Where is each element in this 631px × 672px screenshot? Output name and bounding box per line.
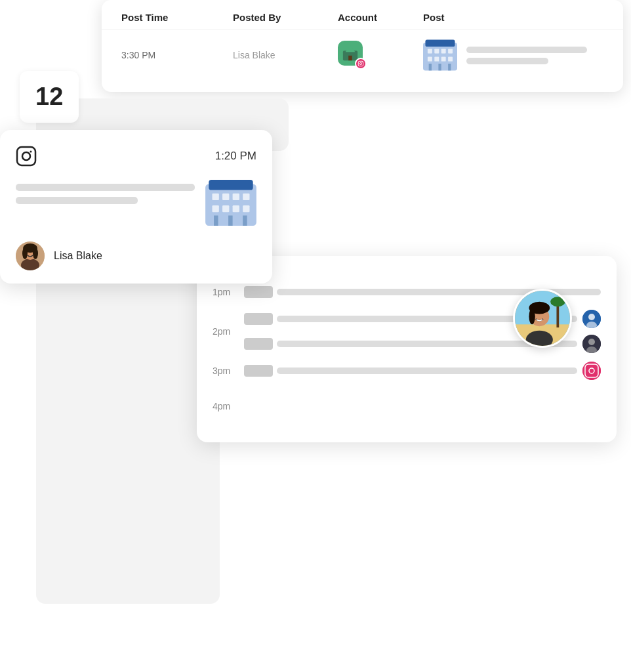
post-card-body <box>16 180 256 226</box>
instagram-badge <box>355 58 367 70</box>
svg-rect-8 <box>428 49 432 53</box>
svg-rect-15 <box>448 57 453 62</box>
avatar-3-svg <box>582 335 601 353</box>
svg-rect-2 <box>348 56 352 60</box>
svg-point-20 <box>22 152 30 160</box>
big-avatar <box>513 289 572 348</box>
sched-item-4 <box>244 362 601 380</box>
post-building-svg <box>205 180 256 226</box>
table-row: 3:30 PM Lisa Blake <box>102 30 623 80</box>
svg-rect-26 <box>233 194 239 200</box>
table-header: Post Time Posted By Account Post <box>102 0 623 30</box>
svg-rect-12 <box>428 57 432 62</box>
post-text-line-1 <box>16 184 195 191</box>
post-text-lines <box>466 47 603 64</box>
poster-name: Lisa Blake <box>54 250 102 262</box>
svg-rect-17 <box>438 64 441 70</box>
svg-point-45 <box>588 339 595 345</box>
svg-rect-3 <box>358 61 363 66</box>
svg-rect-19 <box>17 147 35 165</box>
post-text-line-2 <box>16 197 138 204</box>
svg-point-42 <box>588 314 595 320</box>
instagram-icon <box>357 60 364 67</box>
post-line-1 <box>466 47 587 53</box>
avatar-2-svg <box>582 310 601 328</box>
time-label-3pm: 3pm <box>213 366 244 376</box>
svg-rect-18 <box>448 64 451 70</box>
svg-rect-33 <box>228 215 232 226</box>
poster-avatar <box>16 242 45 270</box>
svg-rect-28 <box>212 205 218 212</box>
post-time: 1:20 PM <box>215 150 256 163</box>
schedule-card: 1pm 2pm <box>197 256 617 442</box>
sched-bar-4 <box>244 365 577 377</box>
svg-rect-7 <box>425 40 455 47</box>
schedule-items-3pm <box>244 362 601 380</box>
post-card-text <box>16 180 195 204</box>
avatar-4-svg <box>582 362 601 380</box>
post-card: 1:20 PM <box>0 130 272 284</box>
post-card-header: 1:20 PM <box>16 146 256 167</box>
time-label-2pm: 2pm <box>213 326 244 337</box>
svg-rect-10 <box>441 49 446 53</box>
sched-line-4 <box>277 368 577 374</box>
poster-avatar-svg <box>16 242 45 270</box>
svg-rect-9 <box>434 49 439 53</box>
svg-point-53 <box>550 297 565 306</box>
svg-point-5 <box>362 62 363 62</box>
time-label-4pm: 4pm <box>213 401 244 411</box>
post-line-2 <box>466 58 548 64</box>
svg-rect-16 <box>429 64 432 70</box>
col-header-by: Posted By <box>233 12 338 23</box>
svg-rect-30 <box>233 205 239 212</box>
svg-rect-24 <box>212 194 218 200</box>
building-icon <box>423 39 457 71</box>
svg-point-39 <box>22 247 28 259</box>
time-row-3pm: 3pm <box>197 353 617 388</box>
svg-point-4 <box>359 62 361 64</box>
cell-post <box>423 39 603 71</box>
svg-rect-11 <box>448 49 453 53</box>
svg-rect-23 <box>209 180 253 190</box>
svg-rect-34 <box>243 215 247 226</box>
svg-point-40 <box>33 247 38 259</box>
post-card-footer: Lisa Blake <box>16 242 256 270</box>
cell-time: 3:30 PM <box>121 50 233 60</box>
sched-label-box-2 <box>244 313 273 325</box>
sched-avatar-2 <box>582 310 601 328</box>
svg-rect-27 <box>243 194 249 200</box>
sched-label-box-3 <box>244 338 273 350</box>
svg-rect-31 <box>243 205 249 212</box>
svg-rect-29 <box>222 205 229 212</box>
svg-marker-1 <box>346 46 356 52</box>
building-svg <box>423 39 457 71</box>
svg-rect-32 <box>214 215 218 226</box>
sched-avatar-4 <box>582 362 601 380</box>
col-header-account: Account <box>338 12 423 23</box>
account-icon <box>338 41 367 70</box>
big-avatar-svg <box>515 291 570 346</box>
time-row-4pm: 4pm <box>197 388 617 424</box>
cell-account <box>338 41 423 70</box>
number-badge: 12 <box>20 71 79 123</box>
svg-point-21 <box>30 151 32 153</box>
table-card: Post Time Posted By Account Post 3:30 PM… <box>102 0 623 92</box>
bg-strip-2 <box>36 236 220 604</box>
col-header-time: Post Time <box>121 12 233 23</box>
instagram-logo <box>16 146 37 167</box>
svg-rect-13 <box>434 57 439 62</box>
svg-point-57 <box>529 308 535 324</box>
col-header-post: Post <box>423 12 603 23</box>
cell-by: Lisa Blake <box>233 50 338 60</box>
svg-rect-14 <box>441 57 446 62</box>
sched-label-box-1 <box>244 286 273 298</box>
sched-label-box-4 <box>244 365 273 377</box>
time-label-1pm: 1pm <box>213 287 244 297</box>
sched-avatar-3 <box>582 335 601 353</box>
post-building-icon <box>205 180 256 226</box>
svg-rect-25 <box>222 194 229 200</box>
